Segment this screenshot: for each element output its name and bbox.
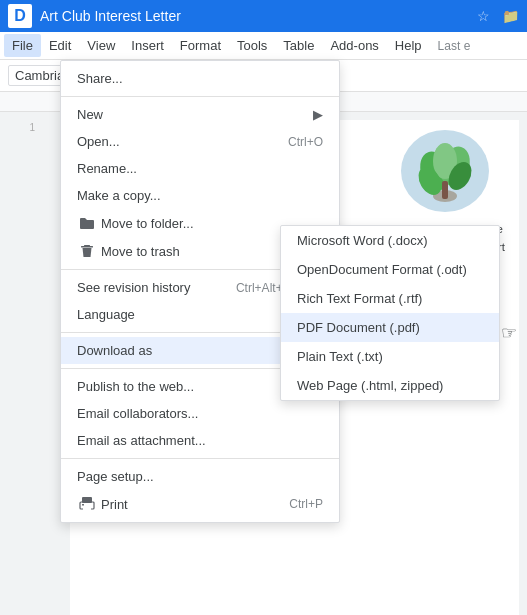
txt-label: Plain Text (.txt) xyxy=(297,349,483,364)
new-arrow: ▶ xyxy=(313,107,323,122)
language-label: Language xyxy=(77,307,305,322)
top-bar: D Art Club Interest Letter ☆ 📁 xyxy=(0,0,527,32)
submenu-item-pdf[interactable]: PDF Document (.pdf) ☞ xyxy=(281,313,499,342)
menu-item-last: Last e xyxy=(430,35,479,57)
menu-item-view[interactable]: View xyxy=(79,34,123,57)
docx-label: Microsoft Word (.docx) xyxy=(297,233,483,248)
menu-item-new[interactable]: New ▶ xyxy=(61,101,339,128)
rtf-label: Rich Text Format (.rtf) xyxy=(297,291,483,306)
folder-icon[interactable]: 📁 xyxy=(502,8,519,24)
svg-rect-8 xyxy=(81,246,93,248)
menu-section-share: Share... xyxy=(61,61,339,96)
submenu-item-rtf[interactable]: Rich Text Format (.rtf) xyxy=(281,284,499,313)
menu-item-email-attach[interactable]: Email as attachment... xyxy=(61,427,339,454)
submenu-item-odt[interactable]: OpenDocument Format (.odt) xyxy=(281,255,499,284)
submenu-item-html[interactable]: Web Page (.html, zipped) xyxy=(281,371,499,400)
star-icon[interactable]: ☆ xyxy=(477,8,490,24)
menu-item-open[interactable]: Open... Ctrl+O xyxy=(61,128,339,155)
trash-icon-left xyxy=(77,243,97,259)
menu-section-print: Page setup... Print Ctrl+P xyxy=(61,458,339,522)
email-collab-label: Email collaborators... xyxy=(77,406,323,421)
svg-rect-12 xyxy=(82,504,84,506)
plant-svg xyxy=(410,136,480,206)
submenu-item-txt[interactable]: Plain Text (.txt) xyxy=(281,342,499,371)
app-icon: D xyxy=(8,4,32,28)
document-title: Art Club Interest Letter xyxy=(40,8,465,24)
menu-item-file[interactable]: File xyxy=(4,34,41,57)
art-club-image xyxy=(401,130,489,212)
email-attach-label: Email as attachment... xyxy=(77,433,323,448)
odt-label: OpenDocument Format (.odt) xyxy=(297,262,483,277)
download-submenu: Microsoft Word (.docx) OpenDocument Form… xyxy=(280,225,500,401)
make-copy-label: Make a copy... xyxy=(77,188,323,203)
rename-label: Rename... xyxy=(77,161,323,176)
menu-item-email-collab[interactable]: Email collaborators... xyxy=(61,400,339,427)
menu-item-make-copy[interactable]: Make a copy... xyxy=(61,182,339,209)
page-margin-left: 1 xyxy=(0,122,35,133)
print-label: Print xyxy=(101,497,273,512)
menu-item-tools[interactable]: Tools xyxy=(229,34,275,57)
menu-bar: File Edit View Insert Format Tools Table… xyxy=(0,32,527,60)
svg-rect-11 xyxy=(83,506,91,510)
share-label: Share... xyxy=(77,71,323,86)
menu-item-format[interactable]: Format xyxy=(172,34,229,57)
menu-item-insert[interactable]: Insert xyxy=(123,34,172,57)
new-label: New xyxy=(77,107,305,122)
page-setup-label: Page setup... xyxy=(77,469,323,484)
menu-item-print[interactable]: Print Ctrl+P xyxy=(61,490,339,518)
download-as-label: Download as xyxy=(77,343,305,358)
svg-rect-6 xyxy=(442,181,448,199)
menu-item-edit[interactable]: Edit xyxy=(41,34,79,57)
menu-item-addons[interactable]: Add-ons xyxy=(322,34,386,57)
submenu-item-docx[interactable]: Microsoft Word (.docx) xyxy=(281,226,499,255)
svg-rect-7 xyxy=(84,245,90,246)
menu-item-page-setup[interactable]: Page setup... xyxy=(61,463,339,490)
html-label: Web Page (.html, zipped) xyxy=(297,378,483,393)
app-icon-letter: D xyxy=(14,7,26,25)
folder-icon-left xyxy=(77,215,97,231)
revision-label: See revision history xyxy=(77,280,220,295)
pdf-label: PDF Document (.pdf) xyxy=(297,320,483,335)
menu-item-rename[interactable]: Rename... xyxy=(61,155,339,182)
menu-item-share[interactable]: Share... xyxy=(61,65,339,92)
menu-item-help[interactable]: Help xyxy=(387,34,430,57)
open-label: Open... xyxy=(77,134,272,149)
print-shortcut: Ctrl+P xyxy=(289,497,323,511)
print-icon-left xyxy=(77,496,97,512)
open-shortcut: Ctrl+O xyxy=(288,135,323,149)
menu-item-table[interactable]: Table xyxy=(275,34,322,57)
